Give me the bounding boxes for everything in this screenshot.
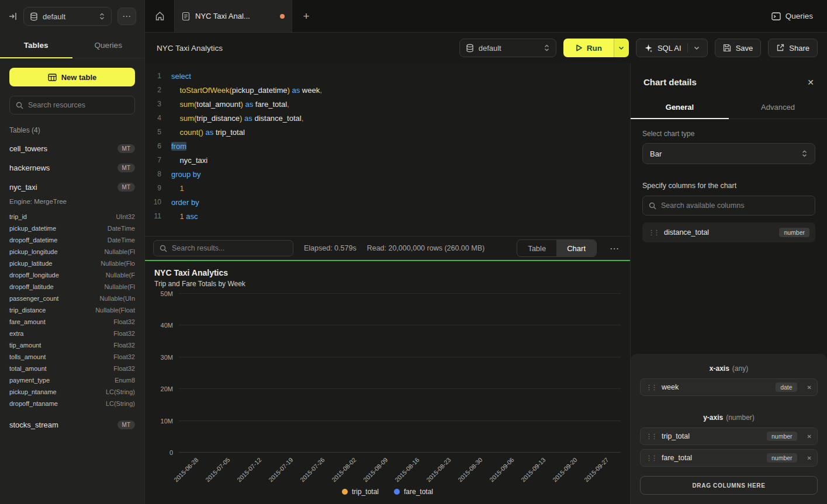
axis-column-row[interactable]: ⋮⋮trip_totalnumber✕ bbox=[640, 427, 818, 445]
results-search[interactable] bbox=[153, 240, 293, 256]
code-token: group by bbox=[171, 170, 201, 179]
queries-button[interactable]: Queries bbox=[757, 0, 827, 32]
chart-panel: NYC Taxi Analytics Trip and Fare Totals … bbox=[145, 260, 630, 504]
sidebar-tab-tables[interactable]: Tables bbox=[0, 33, 72, 58]
chevron-down-icon[interactable] bbox=[694, 46, 700, 50]
run-button-group: Run bbox=[563, 39, 629, 57]
code-token: , bbox=[320, 86, 322, 95]
code-token: nyc_taxi bbox=[179, 156, 207, 165]
column-row: tip_amountFloat32 bbox=[9, 339, 135, 351]
columns-search-input[interactable] bbox=[661, 201, 809, 210]
y-tick-label: 40M bbox=[161, 322, 173, 329]
sql-editor[interactable]: 1select2 toStartOfWeek(pickup_datetime) … bbox=[145, 63, 630, 236]
code-line[interactable]: 4 sum(trip_distance) as distance_total, bbox=[145, 111, 630, 125]
code-line[interactable]: 11 1 asc bbox=[145, 209, 630, 223]
sidebar-more-button[interactable]: ⋯ bbox=[117, 8, 136, 25]
chart-type-select[interactable]: Bar bbox=[642, 143, 815, 164]
table-row[interactable]: stocks_streamMT bbox=[0, 415, 144, 435]
remove-icon[interactable]: ✕ bbox=[802, 433, 812, 440]
code-line[interactable]: 9 1 bbox=[145, 181, 630, 195]
column-row: trip_distanceNullable(Float bbox=[9, 304, 135, 316]
code-line[interactable]: 8group by bbox=[145, 167, 630, 181]
tab-advanced[interactable]: Advanced bbox=[729, 95, 827, 119]
line-number: 10 bbox=[145, 198, 161, 206]
drop-zone[interactable]: DRAG COLUMNS HERE bbox=[640, 476, 818, 495]
code-line[interactable]: 2 toStartOfWeek(pickup_datetime) as week… bbox=[145, 83, 630, 97]
home-icon bbox=[155, 11, 165, 21]
main-area: NYC Taxi Anal... + Queries NYC Taxi Anal… bbox=[145, 0, 827, 504]
toolbar-database-selector[interactable]: default bbox=[459, 39, 556, 57]
sql-ai-button[interactable]: SQL AI bbox=[636, 39, 708, 57]
code-token: toStartOfWeek bbox=[179, 86, 229, 95]
y-axis-header: y-axis(number) bbox=[640, 413, 818, 422]
column-name: total_amount bbox=[9, 365, 47, 372]
line-number: 7 bbox=[145, 156, 161, 164]
code-line[interactable]: 7 nyc_taxi bbox=[145, 153, 630, 167]
code-line[interactable]: 3 sum(total_amount) as fare_total, bbox=[145, 97, 630, 111]
column-name: dropoff_latitude bbox=[9, 283, 54, 290]
new-table-button[interactable]: New table bbox=[9, 68, 135, 86]
code-line[interactable]: 1select bbox=[145, 69, 630, 83]
tab-nyc-taxi-analytics[interactable]: NYC Taxi Anal... bbox=[174, 0, 292, 32]
run-options-button[interactable] bbox=[614, 39, 629, 57]
column-name: trip_id bbox=[9, 213, 27, 220]
view-toggle-table[interactable]: Table bbox=[517, 240, 556, 256]
line-number: 4 bbox=[145, 114, 161, 122]
remove-icon[interactable]: ✕ bbox=[802, 384, 812, 391]
column-name: pickup_ntaname bbox=[9, 388, 57, 395]
column-name: tolls_amount bbox=[9, 353, 46, 360]
code-line[interactable]: 5 count() as trip_total bbox=[145, 125, 630, 139]
sidebar-tab-queries[interactable]: Queries bbox=[72, 33, 145, 58]
drag-handle-icon[interactable]: ⋮⋮ bbox=[648, 230, 659, 236]
collapse-sidebar-icon[interactable] bbox=[8, 12, 18, 21]
x-tick-label: 2015-08-09 bbox=[362, 456, 389, 483]
axis-column-row[interactable]: ⋮⋮distance_totalnumber bbox=[642, 223, 815, 242]
code-token: fare_total bbox=[255, 100, 287, 109]
axis-column-row[interactable]: ⋮⋮weekdate✕ bbox=[640, 378, 818, 396]
elapsed-stat: Elapsed: 0.579s bbox=[304, 244, 357, 252]
sidebar-header: default ⋯ bbox=[0, 0, 144, 33]
queries-icon bbox=[771, 12, 781, 20]
code-text: sum(total_amount) as fare_total, bbox=[171, 100, 289, 109]
sparkles-icon bbox=[644, 44, 653, 53]
code-line[interactable]: 6from bbox=[145, 139, 630, 153]
drag-handle-icon[interactable]: ⋮⋮ bbox=[646, 433, 656, 440]
legend-label: trip_total bbox=[352, 488, 379, 496]
code-text: 1 asc bbox=[171, 212, 198, 221]
results-search-input[interactable] bbox=[172, 244, 287, 252]
code-text: nyc_taxi bbox=[171, 156, 207, 165]
column-type: Nullable(UIn bbox=[99, 295, 135, 302]
column-name: week bbox=[662, 383, 770, 391]
new-tab-button[interactable]: + bbox=[292, 0, 320, 32]
save-button[interactable]: Save bbox=[715, 39, 762, 57]
code-token: from bbox=[171, 142, 186, 151]
legend-item-fare_total[interactable]: fare_total bbox=[394, 488, 433, 496]
engine-badge: MT bbox=[117, 183, 135, 192]
axis-column-row[interactable]: ⋮⋮fare_totalnumber✕ bbox=[640, 449, 818, 467]
run-button[interactable]: Run bbox=[563, 39, 614, 57]
tab-general[interactable]: General bbox=[631, 95, 729, 119]
drag-handle-icon[interactable]: ⋮⋮ bbox=[646, 384, 656, 391]
drag-handle-icon[interactable]: ⋮⋮ bbox=[646, 455, 656, 461]
code-token: distance_total bbox=[254, 114, 301, 123]
code-line[interactable]: 10order by bbox=[145, 195, 630, 209]
legend-item-trip_total[interactable]: trip_total bbox=[342, 488, 379, 496]
read-stat: Read: 20,000,000 rows (260.00 MB) bbox=[367, 244, 485, 252]
query-toolbar: NYC Taxi Analytics default Run SQL AI Sa… bbox=[145, 33, 827, 63]
table-row[interactable]: cell_towersMT bbox=[0, 139, 144, 158]
share-button[interactable]: Share bbox=[768, 39, 818, 57]
close-icon[interactable]: ✕ bbox=[807, 78, 814, 87]
sidebar-search[interactable] bbox=[9, 96, 135, 114]
chart-area: 010M20M30M40M50M bbox=[154, 294, 621, 453]
table-row[interactable]: hackernewsMT bbox=[0, 158, 144, 178]
sidebar-search-input[interactable] bbox=[28, 101, 129, 109]
column-type-badge: date bbox=[776, 383, 797, 392]
view-toggle-chart[interactable]: Chart bbox=[556, 240, 596, 256]
database-selector[interactable]: default bbox=[23, 7, 112, 26]
remove-icon[interactable]: ✕ bbox=[802, 455, 812, 461]
columns-search[interactable] bbox=[642, 196, 815, 215]
column-type: Nullable(F bbox=[106, 272, 135, 279]
results-more-icon[interactable]: ⋯ bbox=[607, 243, 622, 254]
table-row[interactable]: nyc_taxiMT bbox=[0, 178, 144, 197]
home-tab[interactable] bbox=[145, 0, 174, 32]
